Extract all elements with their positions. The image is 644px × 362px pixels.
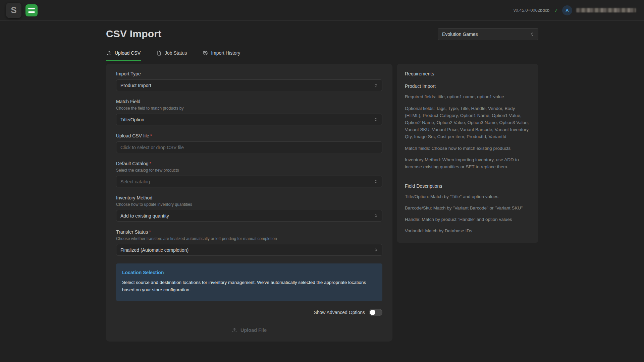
tab-upload-csv[interactable]: Upload CSV bbox=[106, 50, 141, 61]
advanced-options-label: Show Advanced Options bbox=[314, 310, 365, 315]
requirements-title: Requirements bbox=[405, 71, 530, 76]
chevron-up-down-icon bbox=[374, 179, 378, 184]
match-field-label: Match Field bbox=[116, 99, 382, 104]
menu-button[interactable] bbox=[25, 4, 38, 16]
app-logo[interactable]: S bbox=[6, 3, 21, 18]
upload-icon bbox=[107, 51, 112, 56]
page-title: CSV Import bbox=[106, 28, 161, 40]
field-description: Barcode/Sku: Match by "Variant Barcode" … bbox=[405, 205, 530, 212]
requirements-panel: Requirements Product Import Required fie… bbox=[397, 64, 538, 243]
tab-import-history[interactable]: Import History bbox=[202, 50, 241, 61]
transfer-status-select[interactable]: Finalized (Automatic completion) bbox=[116, 244, 382, 256]
transfer-status-helper: Choose whether transfers are finalized a… bbox=[116, 236, 382, 241]
location-selection-info: Location Selection Select source and des… bbox=[116, 263, 382, 301]
default-catalog-field: Default Catalog* Select the catalog for … bbox=[116, 161, 382, 187]
inventory-method-label: Inventory Method bbox=[116, 195, 382, 200]
inventory-method-field: Inventory Method Choose how to update in… bbox=[116, 195, 382, 222]
default-catalog-placeholder: Select catalog bbox=[120, 179, 150, 184]
user-avatar[interactable]: A bbox=[562, 5, 572, 15]
user-email-redacted bbox=[576, 8, 636, 12]
chevron-up-down-icon bbox=[374, 117, 378, 122]
requirements-paragraph: Required fields: title, option1 name, op… bbox=[405, 94, 530, 101]
upload-csv-label: Upload CSV file* bbox=[116, 133, 382, 138]
requirements-paragraph: Match fields: Choose how to match existi… bbox=[405, 145, 530, 152]
field-description: Title/Option: Match by "Title" and optio… bbox=[405, 194, 530, 200]
tab-bar: Upload CSV Job Status Import History bbox=[106, 50, 538, 61]
field-description: Handle: Match by product "Handle" and op… bbox=[405, 217, 530, 223]
transfer-status-field: Transfer Status* Choose whether transfer… bbox=[116, 229, 382, 256]
transfer-status-value: Finalized (Automatic completion) bbox=[120, 247, 189, 253]
app-logo-letter: S bbox=[11, 5, 16, 15]
upload-icon bbox=[232, 327, 237, 333]
match-field-field: Match Field Choose the field to match pr… bbox=[116, 99, 382, 125]
avatar-initial: A bbox=[566, 8, 569, 13]
default-catalog-label: Default Catalog* bbox=[116, 161, 382, 166]
import-type-field: Import Type Product Import bbox=[116, 71, 382, 91]
top-bar: S v0.45.0+0062bdcb ✓ A bbox=[0, 0, 644, 21]
tab-label: Upload CSV bbox=[115, 50, 141, 56]
match-field-value: Title/Option bbox=[120, 117, 144, 122]
chevron-up-down-icon bbox=[374, 214, 378, 218]
requirements-paragraph: Optional fields: Tags, Type, Title, Hand… bbox=[405, 105, 530, 140]
tab-label: Import History bbox=[211, 50, 240, 56]
toggle-knob bbox=[370, 310, 375, 315]
chevron-up-down-icon bbox=[374, 248, 378, 252]
upload-file-label: Upload File bbox=[240, 327, 267, 333]
import-type-select[interactable]: Product Import bbox=[116, 79, 382, 91]
required-asterisk: * bbox=[150, 133, 152, 138]
field-description: VariantId: Match by Database IDs bbox=[405, 228, 530, 234]
version-label: v0.45.0+0062bdcb bbox=[514, 8, 549, 13]
tab-label: Job Status bbox=[165, 50, 187, 56]
match-field-select[interactable]: Title/Option bbox=[116, 114, 382, 125]
required-asterisk: * bbox=[149, 229, 151, 235]
panel-divider bbox=[405, 177, 530, 177]
menu-icon bbox=[28, 8, 35, 9]
location-selection-body: Select source and destination locations … bbox=[122, 279, 376, 294]
chevron-up-down-icon bbox=[530, 32, 535, 37]
inventory-method-helper: Choose how to update inventory quantitie… bbox=[116, 202, 382, 207]
requirements-paragraph: Inventory Method: When importing invento… bbox=[405, 157, 530, 171]
inventory-method-select[interactable]: Add to existing quantity bbox=[116, 210, 382, 222]
default-catalog-helper: Select the catalog for new products bbox=[116, 168, 382, 173]
inventory-method-value: Add to existing quantity bbox=[120, 213, 169, 219]
import-type-value: Product Import bbox=[120, 83, 151, 88]
upload-form-card: Import Type Product Import Match Field C… bbox=[106, 64, 392, 342]
advanced-options-toggle[interactable] bbox=[369, 309, 382, 316]
requirements-subtitle: Product Import bbox=[405, 83, 530, 89]
store-select[interactable]: Evolution Games bbox=[438, 28, 538, 40]
version-check-icon: ✓ bbox=[554, 8, 558, 13]
csv-file-input[interactable]: Click to select or drop CSV file bbox=[116, 141, 382, 153]
required-asterisk: * bbox=[150, 161, 151, 166]
store-select-value: Evolution Games bbox=[442, 32, 478, 37]
match-field-helper: Choose the field to match products by bbox=[116, 106, 382, 111]
import-type-label: Import Type bbox=[116, 71, 382, 76]
default-catalog-select[interactable]: Select catalog bbox=[116, 176, 382, 187]
upload-file-button[interactable]: Upload File bbox=[232, 327, 267, 333]
history-icon bbox=[203, 51, 208, 56]
csv-file-placeholder: Click to select or drop CSV file bbox=[120, 145, 184, 150]
upload-csv-field: Upload CSV file* Click to select or drop… bbox=[116, 133, 382, 153]
field-descriptions-title: Field Descriptions bbox=[405, 183, 530, 189]
location-selection-title: Location Selection bbox=[122, 270, 376, 275]
tab-job-status[interactable]: Job Status bbox=[156, 50, 187, 61]
chevron-up-down-icon bbox=[374, 83, 378, 87]
transfer-status-label: Transfer Status* bbox=[116, 229, 382, 235]
document-icon bbox=[157, 51, 162, 56]
